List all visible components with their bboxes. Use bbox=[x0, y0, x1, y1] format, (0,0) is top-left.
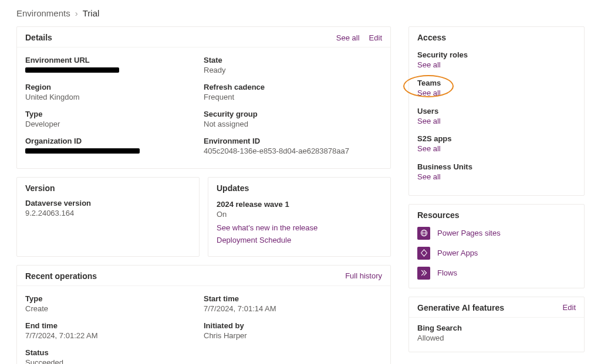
deployment-schedule-link[interactable]: Deployment Schedule bbox=[217, 234, 382, 247]
genai-card: Generative AI features Edit Bing Search … bbox=[408, 297, 585, 352]
flows-icon bbox=[417, 267, 430, 280]
genai-title: Generative AI features bbox=[417, 303, 504, 312]
resource-power-pages[interactable]: Power Pages sites bbox=[417, 227, 576, 240]
whats-new-link[interactable]: See what's new in the release bbox=[217, 222, 382, 234]
chevron-right-icon: › bbox=[75, 8, 78, 18]
resource-label: Flows bbox=[437, 268, 457, 277]
access-item-security-roles: Security roles See all bbox=[417, 47, 576, 75]
breadcrumb-root[interactable]: Environments bbox=[16, 8, 70, 18]
updates-card: Updates 2024 release wave 1 On See what'… bbox=[208, 177, 391, 257]
recent-ops-card: Recent operations Full history Type Crea… bbox=[16, 265, 391, 364]
refresh-value: Frequent bbox=[204, 93, 377, 101]
bu-see-all-link[interactable]: See all bbox=[417, 171, 576, 183]
orgid-label: Organization ID bbox=[25, 137, 199, 145]
region-value: United Kingdom bbox=[25, 93, 199, 101]
dataverse-version-value: 9.2.24063.164 bbox=[25, 209, 191, 217]
details-card: Details See all Edit Environment URL Sta… bbox=[16, 26, 391, 169]
orgid-value bbox=[25, 147, 199, 155]
s2s-see-all-link[interactable]: See all bbox=[417, 143, 576, 155]
resource-label: Power Pages sites bbox=[437, 229, 501, 237]
secgroup-label: Security group bbox=[204, 110, 377, 118]
resource-label: Power Apps bbox=[437, 249, 478, 257]
op-start-value: 7/7/2024, 7:01:14 AM bbox=[204, 304, 377, 313]
details-title: Details bbox=[25, 33, 52, 42]
version-card: Version Dataverse version 9.2.24063.164 bbox=[16, 177, 200, 257]
access-card: Access Security roles See all Teams See … bbox=[408, 26, 585, 196]
op-start-label: Start time bbox=[204, 294, 377, 303]
secgroup-value: Not assigned bbox=[204, 120, 377, 128]
details-edit-link[interactable]: Edit bbox=[369, 33, 382, 42]
breadcrumb-current: Trial bbox=[83, 8, 100, 18]
op-status-label: Status bbox=[25, 348, 199, 357]
envid-value: 405c2048-136e-e853-8d04-ae6283878aa7 bbox=[204, 147, 377, 155]
region-label: Region bbox=[25, 83, 199, 91]
version-title: Version bbox=[25, 183, 55, 193]
envid-label: Environment ID bbox=[204, 137, 377, 145]
access-item-users: Users See all bbox=[417, 103, 576, 131]
access-label: Security roles bbox=[417, 50, 576, 59]
resource-power-apps[interactable]: Power Apps bbox=[417, 247, 576, 260]
resources-card: Resources Power Pages sites Power Apps bbox=[408, 204, 585, 288]
state-value: Ready bbox=[204, 66, 377, 74]
security-roles-see-all-link[interactable]: See all bbox=[417, 59, 576, 72]
env-url-label: Environment URL bbox=[25, 56, 199, 64]
env-url-value bbox=[25, 66, 199, 74]
users-see-all-link[interactable]: See all bbox=[417, 115, 576, 128]
op-end-label: End time bbox=[25, 321, 199, 330]
op-end-value: 7/7/2024, 7:01:22 AM bbox=[25, 331, 199, 340]
op-init-value: Chris Harper bbox=[204, 331, 377, 340]
dataverse-version-label: Dataverse version bbox=[25, 199, 191, 207]
genai-edit-link[interactable]: Edit bbox=[563, 303, 576, 312]
refresh-label: Refresh cadence bbox=[204, 83, 377, 91]
access-item-bu: Business Units See all bbox=[417, 159, 576, 187]
op-type-value: Create bbox=[25, 304, 199, 313]
op-type-label: Type bbox=[25, 294, 199, 303]
access-label: Business Units bbox=[417, 162, 576, 171]
resources-title: Resources bbox=[417, 210, 460, 220]
globe-icon bbox=[417, 227, 430, 240]
details-see-all-link[interactable]: See all bbox=[336, 33, 360, 42]
access-item-teams: Teams See all bbox=[417, 75, 576, 103]
release-wave-label: 2024 release wave 1 bbox=[217, 200, 382, 209]
op-status-value: Succeeded bbox=[25, 358, 199, 364]
teams-see-all-link[interactable]: See all bbox=[417, 87, 576, 100]
access-title: Access bbox=[417, 33, 446, 42]
bing-search-label: Bing Search bbox=[417, 324, 576, 332]
bing-search-value: Allowed bbox=[417, 334, 576, 342]
full-history-link[interactable]: Full history bbox=[345, 271, 382, 280]
state-label: State bbox=[204, 56, 377, 64]
op-init-label: Initiated by bbox=[204, 321, 377, 330]
power-apps-icon bbox=[417, 247, 430, 260]
recent-ops-title: Recent operations bbox=[25, 271, 97, 281]
updates-title: Updates bbox=[217, 183, 249, 193]
release-wave-value: On bbox=[217, 210, 382, 219]
access-label: Teams bbox=[417, 79, 576, 87]
type-label: Type bbox=[25, 110, 199, 118]
type-value: Developer bbox=[25, 120, 199, 128]
resource-flows[interactable]: Flows bbox=[417, 267, 576, 280]
access-label: Users bbox=[417, 107, 576, 115]
breadcrumb: Environments › Trial bbox=[16, 0, 585, 26]
access-item-s2s: S2S apps See all bbox=[417, 131, 576, 159]
access-label: S2S apps bbox=[417, 134, 576, 143]
